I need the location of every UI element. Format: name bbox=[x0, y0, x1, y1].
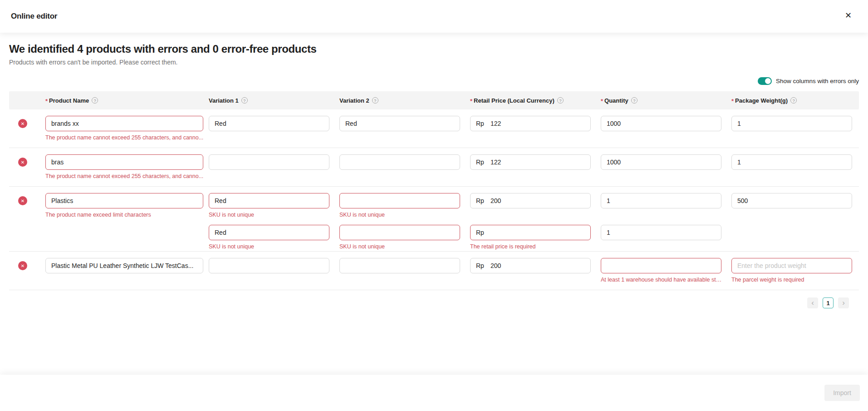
product-name-input[interactable] bbox=[45, 116, 203, 131]
column-header-variation-1: Variation 1? bbox=[209, 97, 339, 104]
error-message: The product name cannot exceed 255 chara… bbox=[45, 173, 205, 179]
row-error-icon: ✕ bbox=[18, 261, 27, 270]
retail-price-input[interactable]: Rp 200 bbox=[470, 258, 591, 273]
variation-2-input[interactable] bbox=[339, 193, 460, 208]
product-row-group: ✕ The product name cannot exceed 255 cha… bbox=[9, 109, 859, 148]
close-icon[interactable]: ✕ bbox=[845, 11, 852, 20]
retail-price-input[interactable]: Rp 200 bbox=[470, 193, 591, 208]
currency-prefix: Rp bbox=[476, 158, 484, 166]
variation-1-input[interactable] bbox=[209, 258, 329, 273]
retail-price-input[interactable]: Rp 122 bbox=[470, 154, 591, 170]
variation-1-input[interactable] bbox=[209, 225, 329, 240]
pagination-current-page[interactable]: 1 bbox=[823, 297, 834, 308]
price-value: 200 bbox=[490, 197, 501, 204]
retail-price-input[interactable]: Rp 122 bbox=[470, 116, 591, 131]
product-row-group: ✕ The product name exceed limit characte… bbox=[9, 187, 859, 251]
error-message: SKU is not unique bbox=[209, 243, 331, 250]
error-message: The parcel weight is required bbox=[731, 277, 854, 283]
table-header-row: Product Name? Variation 1? Variation 2? … bbox=[9, 91, 859, 109]
product-name-input[interactable] bbox=[45, 193, 203, 208]
table-row: ✕ The product name exceed limit characte… bbox=[9, 193, 859, 218]
errors-only-toggle-row: Show columns with errors only bbox=[758, 77, 859, 85]
required-asterisk bbox=[45, 97, 49, 104]
quantity-input[interactable] bbox=[601, 193, 721, 208]
table-row: ✕ The product name cannot exceed 255 cha… bbox=[9, 116, 859, 141]
table-row: ✕ The product name cannot exceed 255 cha… bbox=[9, 154, 859, 179]
package-weight-input[interactable] bbox=[731, 258, 852, 273]
product-name-input[interactable] bbox=[45, 258, 203, 273]
retail-price-input[interactable]: Rp bbox=[470, 225, 591, 240]
help-icon[interactable]: ? bbox=[92, 97, 98, 104]
help-icon[interactable]: ? bbox=[790, 97, 797, 104]
page-title: We identified 4 products with errors and… bbox=[9, 43, 859, 55]
help-icon[interactable]: ? bbox=[557, 97, 564, 104]
currency-prefix: Rp bbox=[476, 197, 484, 204]
row-error-icon: ✕ bbox=[18, 158, 27, 167]
row-error-icon: ✕ bbox=[18, 196, 27, 205]
error-message: The retail price is required bbox=[470, 243, 593, 250]
currency-prefix: Rp bbox=[476, 120, 484, 127]
modal-title: Online editor bbox=[11, 12, 57, 21]
table-row: ✕ Rp 200 At least 1 warehouse should hav… bbox=[9, 258, 859, 283]
error-message: SKU is not unique bbox=[209, 212, 331, 218]
product-row-group: ✕ Rp 200 At least 1 warehouse should hav… bbox=[9, 252, 859, 290]
modal-header: Online editor ✕ bbox=[0, 0, 868, 33]
variation-1-input[interactable] bbox=[209, 193, 329, 208]
column-header-quantity: Quantity? bbox=[601, 97, 731, 104]
variation-2-input[interactable] bbox=[339, 258, 460, 273]
package-weight-input[interactable] bbox=[731, 154, 852, 170]
quantity-input[interactable] bbox=[601, 154, 721, 170]
price-value: 122 bbox=[490, 158, 501, 166]
price-value: 122 bbox=[490, 120, 501, 127]
error-message: The product name cannot exceed 255 chara… bbox=[45, 134, 205, 141]
required-asterisk bbox=[601, 97, 604, 104]
variation-2-input[interactable] bbox=[339, 116, 460, 131]
price-value: 200 bbox=[490, 262, 501, 269]
currency-prefix: Rp bbox=[476, 229, 484, 236]
package-weight-input[interactable] bbox=[731, 116, 852, 131]
import-button[interactable]: Import bbox=[824, 385, 860, 401]
error-message: SKU is not unique bbox=[339, 212, 462, 218]
column-header-product-name: Product Name? bbox=[45, 97, 209, 104]
pagination: ‹ 1 › bbox=[9, 297, 849, 308]
errors-only-toggle-label: Show columns with errors only bbox=[776, 78, 859, 84]
quantity-input[interactable] bbox=[601, 258, 721, 273]
required-asterisk bbox=[470, 97, 474, 104]
package-weight-input[interactable] bbox=[731, 193, 852, 208]
variation-2-input[interactable] bbox=[339, 225, 460, 240]
column-header-variation-2: Variation 2? bbox=[339, 97, 470, 104]
help-icon[interactable]: ? bbox=[241, 97, 248, 104]
pagination-next-button[interactable]: › bbox=[838, 297, 849, 308]
variation-1-input[interactable] bbox=[209, 154, 329, 170]
product-row-group: ✕ The product name cannot exceed 255 cha… bbox=[9, 148, 859, 186]
row-divider bbox=[9, 290, 859, 290]
main-content: We identified 4 products with errors and… bbox=[0, 43, 868, 308]
variation-2-input[interactable] bbox=[339, 154, 460, 170]
error-message: SKU is not unique bbox=[339, 243, 462, 250]
help-icon[interactable]: ? bbox=[631, 97, 638, 104]
modal-footer: Import bbox=[0, 375, 868, 411]
errors-only-toggle[interactable] bbox=[758, 77, 772, 85]
error-message: The product name exceed limit characters bbox=[45, 212, 205, 218]
error-message: At least 1 warehouse should have availab… bbox=[601, 277, 723, 283]
quantity-input[interactable] bbox=[601, 116, 721, 131]
variation-1-input[interactable] bbox=[209, 116, 329, 131]
product-name-input[interactable] bbox=[45, 154, 203, 170]
currency-prefix: Rp bbox=[476, 262, 484, 269]
column-header-retail-price: Retail Price (Local Currency)? bbox=[470, 97, 601, 104]
page-subtitle: Products with errors can't be imported. … bbox=[9, 59, 859, 66]
help-icon[interactable]: ? bbox=[372, 97, 378, 104]
required-asterisk bbox=[731, 97, 735, 104]
column-header-package-weight: Package Weight(g)? bbox=[731, 97, 859, 104]
row-error-icon: ✕ bbox=[18, 119, 27, 128]
quantity-input[interactable] bbox=[601, 225, 721, 240]
pagination-prev-button[interactable]: ‹ bbox=[807, 297, 818, 308]
toggle-knob bbox=[765, 78, 771, 84]
table-row-variation: SKU is not unique SKU is not unique Rp T… bbox=[9, 225, 859, 250]
